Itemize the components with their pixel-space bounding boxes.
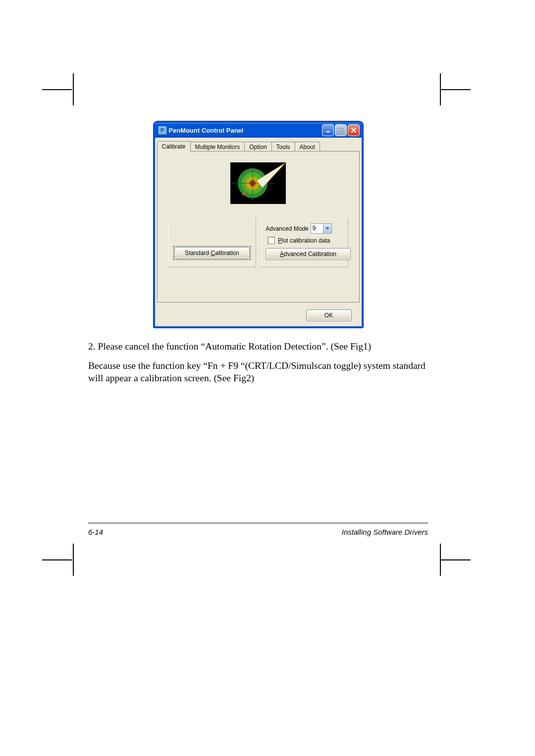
svg-marker-10 bbox=[325, 227, 329, 230]
combo-dropdown-button[interactable] bbox=[323, 224, 331, 233]
penmount-dialog: P PenMount Control Panel Calibrate Multi… bbox=[154, 121, 363, 328]
tab-multiple-monitors[interactable]: Multiple Monitors bbox=[190, 142, 245, 152]
advanced-mode-label: Advanced Mode bbox=[266, 225, 309, 232]
crop-mark bbox=[440, 544, 441, 576]
crop-mark bbox=[440, 73, 441, 105]
tab-strip: Calibrate Multiple Monitors Option Tools… bbox=[156, 141, 361, 151]
crop-mark bbox=[73, 544, 74, 576]
crop-mark bbox=[441, 559, 471, 560]
crop-mark bbox=[42, 559, 72, 560]
button-label: Advanced Calibration bbox=[280, 251, 336, 257]
app-icon: P bbox=[158, 126, 167, 135]
minimize-icon bbox=[325, 127, 331, 133]
target-image bbox=[230, 162, 286, 204]
plot-checkbox[interactable] bbox=[268, 237, 275, 244]
tab-option[interactable]: Option bbox=[244, 142, 271, 152]
tab-panel-calibrate: Standard Calibration Advanced Mode 9 bbox=[157, 151, 360, 302]
crop-mark bbox=[441, 89, 471, 90]
document-body: 2. Please cancel the function “Automatic… bbox=[88, 341, 428, 385]
maximize-icon bbox=[338, 127, 344, 133]
combo-value: 9 bbox=[311, 224, 323, 233]
button-label: Standard Calibration bbox=[185, 250, 239, 256]
chevron-down-icon bbox=[325, 227, 329, 230]
advanced-calibration-group: Advanced Mode 9 Plot calibration data bbox=[260, 218, 348, 267]
minimize-button[interactable] bbox=[322, 124, 334, 136]
window-title: PenMount Control Panel bbox=[169, 127, 320, 134]
ok-button[interactable]: OK bbox=[306, 309, 352, 321]
advanced-mode-combo[interactable]: 9 bbox=[311, 223, 332, 234]
focus-ring: Standard Calibration bbox=[173, 246, 251, 260]
tab-calibrate[interactable]: Calibrate bbox=[157, 141, 191, 152]
crop-mark bbox=[73, 73, 74, 105]
svg-rect-1 bbox=[339, 128, 343, 132]
section-title: Installing Software Drivers bbox=[342, 528, 428, 536]
svg-rect-0 bbox=[326, 131, 330, 132]
plot-checkbox-label: Plot calibration data bbox=[278, 237, 330, 244]
standard-calibration-group: Standard Calibration bbox=[168, 218, 256, 267]
close-icon bbox=[351, 127, 357, 133]
paragraph-2: Because use the function key “Fn + F9 “(… bbox=[88, 360, 428, 385]
tab-tools[interactable]: Tools bbox=[271, 142, 295, 152]
advanced-calibration-button[interactable]: Advanced Calibration bbox=[266, 248, 351, 260]
paragraph-1: 2. Please cancel the function “Automatic… bbox=[88, 341, 428, 353]
compass-target-icon bbox=[231, 163, 285, 203]
standard-calibration-button[interactable]: Standard Calibration bbox=[174, 247, 250, 259]
page-footer: 6-14 Installing Software Drivers bbox=[88, 528, 428, 536]
maximize-button[interactable] bbox=[335, 124, 347, 136]
crop-mark bbox=[42, 89, 72, 90]
page-number: 6-14 bbox=[88, 528, 103, 536]
tab-about[interactable]: About bbox=[295, 142, 320, 152]
footer-rule bbox=[88, 523, 428, 523]
titlebar[interactable]: P PenMount Control Panel bbox=[155, 123, 362, 138]
close-button[interactable] bbox=[348, 124, 360, 136]
